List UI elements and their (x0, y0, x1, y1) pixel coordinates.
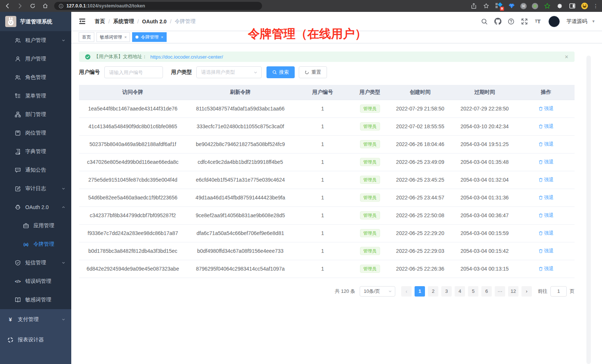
star-green-icon[interactable] (543, 2, 551, 10)
window-icon[interactable] (569, 2, 576, 10)
sidebar-item-sms[interactable]: 短信管理 (0, 254, 71, 272)
url-path: :1024/system/oauth2/token (86, 3, 145, 9)
force-logout-button[interactable]: 强退 (539, 265, 554, 272)
doc-link[interactable]: https://doc.iocoder.cn/user-center/ (150, 54, 223, 60)
col-refresh-token: 刷新令牌 (187, 85, 294, 100)
sidebar-item-audit[interactable]: 审计日志 (0, 179, 71, 198)
page-button[interactable]: 12 (508, 286, 518, 297)
prev-page-button[interactable]: ‹ (401, 286, 412, 297)
sidebar-item-oauth-token[interactable]: (a) 令牌管理 (0, 235, 71, 254)
close-icon[interactable]: ✕ (565, 54, 569, 60)
force-logout-button[interactable]: 强退 (539, 248, 554, 254)
sidebar-item-sensitive[interactable]: 敏感词管理 (0, 291, 71, 309)
sms-shield-icon (15, 260, 21, 266)
table-row: 54d6be82ee5a460a9aedc1f9bf223656 49d1aa4… (79, 189, 575, 206)
reload-icon[interactable] (29, 2, 36, 10)
page-button[interactable]: 3 (441, 286, 452, 297)
username[interactable]: 芋道源码 (566, 18, 587, 25)
sidebar-item-oauth-app[interactable]: 应用管理 (0, 216, 71, 235)
sidebar-item-menu[interactable]: 菜单管理 (0, 87, 71, 105)
page-size-select[interactable]: 10条/页 (360, 286, 395, 297)
chevron-down-icon (62, 318, 65, 321)
page-button[interactable]: 4 (455, 286, 465, 297)
github-icon[interactable] (493, 17, 503, 26)
help-icon[interactable] (506, 17, 516, 26)
scrollbar[interactable] (586, 56, 591, 364)
force-logout-button[interactable]: 强退 (539, 194, 554, 201)
address-bar[interactable]: 127.0.0.1:1024/system/oauth2/token (54, 2, 262, 10)
avatar[interactable] (549, 16, 560, 27)
breadcrumb-home[interactable]: 首页 (95, 18, 105, 25)
user-id-input[interactable] (104, 66, 163, 78)
app-logo-bar[interactable]: 芋道管理系统 (0, 12, 71, 31)
next-page-button[interactable]: › (521, 286, 532, 297)
command-icon[interactable]: ⌘ (520, 3, 527, 9)
forward-icon[interactable] (16, 2, 24, 10)
force-logout-button[interactable]: 强退 (539, 230, 554, 236)
home-icon[interactable] (42, 2, 49, 10)
menu-tree-icon (15, 93, 21, 99)
back-icon[interactable] (4, 2, 11, 10)
table-row: 1ea5e44f8bc1467aaede43144f31de76 811c530… (79, 100, 575, 118)
puzzle-icon[interactable] (556, 2, 563, 10)
page-button[interactable]: 2 (428, 286, 438, 297)
search-button[interactable]: 搜索 (266, 66, 295, 78)
page-button[interactable]: 1 (415, 286, 425, 297)
sidebar-item-dept[interactable]: 部门管理 (0, 105, 71, 124)
force-logout-button[interactable]: 强退 (539, 123, 554, 130)
sidebar-item-role[interactable]: 角色管理 (0, 68, 71, 87)
close-icon[interactable]: × (124, 35, 127, 39)
sidebar-item-user[interactable]: 用户管理 (0, 50, 71, 68)
search-icon[interactable] (480, 17, 489, 26)
reset-button[interactable]: 重置 (299, 66, 327, 78)
sidebar-item-pay[interactable]: ¥ 支付管理 (0, 309, 71, 330)
book-icon (15, 297, 21, 303)
roles-icon (15, 75, 21, 80)
goto-page-input[interactable] (550, 286, 567, 297)
force-logout-button[interactable]: 强退 (539, 141, 554, 148)
breadcrumb-system[interactable]: 系统管理 (113, 18, 134, 25)
hamburger-icon[interactable] (77, 17, 87, 26)
table-row: b0d1785bc3a8482f812db4a3f3bd15ec b0df498… (79, 242, 575, 260)
gem-icon[interactable] (508, 2, 515, 10)
user-type-badge: 管理员 (360, 229, 380, 237)
tag-token[interactable]: 令牌管理× (132, 32, 166, 42)
main-area: 令牌管理（在线用户） 首页 / 系统管理 / OAuth 2.0 / 令牌管理 … (71, 12, 602, 364)
tag-home[interactable]: 首页 (79, 32, 94, 42)
breadcrumb-oauth[interactable]: OAuth 2.0 (142, 19, 167, 24)
caret-down-icon[interactable]: ▼ (592, 19, 595, 23)
user-type-select[interactable]: 请选择用户类型 (196, 66, 262, 78)
star-icon[interactable] (482, 2, 490, 10)
sidebar-item-errcode[interactable]: </> 错误码管理 (0, 272, 71, 291)
user-type-badge: 管理员 (360, 265, 380, 273)
force-logout-button[interactable]: 强退 (539, 159, 554, 165)
token-table: 访问令牌 刷新令牌 用户编号 用户类型 创建时间 过期时间 操作 1ea5e44… (79, 85, 575, 278)
tag-sensitive[interactable]: 敏感词管理× (96, 32, 130, 42)
fontsize-icon[interactable]: TT (533, 17, 543, 26)
page-button[interactable]: 5 (468, 286, 478, 297)
sidebar-item-tenant[interactable]: 租户管理 (0, 31, 71, 50)
info-icon[interactable] (59, 4, 63, 9)
sidebar-item-post[interactable]: 岗位管理 (0, 124, 71, 142)
record-icon[interactable] (532, 3, 538, 9)
token-icon: (a) (23, 241, 29, 247)
extension-icon[interactable]: 9 (495, 2, 503, 10)
active-dot (135, 36, 138, 39)
page-button[interactable]: 6 (481, 286, 492, 297)
page-ellipsis[interactable]: ··· (495, 286, 505, 297)
force-logout-button[interactable]: 强退 (539, 212, 554, 219)
sidebar-item-oauth[interactable]: OAuth 2.0 (0, 198, 71, 216)
user-type-badge: 管理员 (360, 158, 380, 166)
code-icon: </> (15, 278, 21, 284)
emoji-icon[interactable] (581, 3, 588, 9)
share-icon[interactable] (470, 2, 477, 10)
force-logout-button[interactable]: 强退 (539, 176, 554, 183)
app-title: 芋道管理系统 (20, 18, 52, 25)
fullscreen-icon[interactable] (520, 17, 529, 26)
sidebar-item-report[interactable]: 报表设计器 (0, 330, 71, 350)
force-logout-button[interactable]: 强退 (539, 105, 554, 112)
kebab-menu-icon[interactable]: ⋮ (593, 3, 598, 9)
close-icon[interactable]: × (161, 35, 163, 39)
sidebar-item-notice[interactable]: 通知公告 (0, 161, 71, 179)
sidebar-item-dict[interactable]: 字典管理 (0, 142, 71, 161)
